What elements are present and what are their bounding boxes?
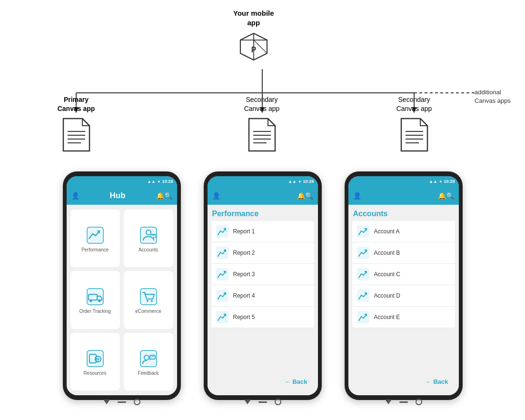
account-b-label: Account B bbox=[374, 250, 400, 256]
signal-icon-2: ▲▲ bbox=[288, 179, 297, 184]
hub-title: Hub bbox=[79, 191, 156, 200]
hub-tile-accounts[interactable]: Accounts bbox=[124, 210, 173, 267]
account-e-label: Account E bbox=[374, 314, 400, 320]
performance-label: Performance bbox=[81, 247, 109, 252]
hub-bell-icon: 🔔 bbox=[156, 192, 164, 200]
phones-row: ▲▲ ● 10:28 👤 Hub 🔔 🔍 bbox=[0, 171, 525, 400]
hub-grid: Performance Accounts bbox=[70, 210, 173, 390]
back-btn bbox=[103, 400, 110, 404]
mobile-app-node: Your mobileapp P bbox=[233, 9, 274, 63]
hub-search-icon: 🔍 bbox=[164, 192, 172, 200]
hub-tile-ecommerce[interactable]: eCommerce bbox=[124, 271, 173, 329]
acct-status-bar: ▲▲ ● 10:28 bbox=[348, 176, 459, 187]
account-a-label: Account A bbox=[374, 228, 400, 235]
list-item[interactable]: Account D bbox=[352, 285, 455, 307]
primary-doc-icon bbox=[61, 116, 92, 153]
hub-tile-performance[interactable]: Performance bbox=[70, 210, 120, 267]
hub-chin bbox=[67, 395, 177, 409]
report-4-icon bbox=[216, 290, 228, 302]
account-c-icon bbox=[357, 268, 369, 280]
list-item[interactable]: Report 1 bbox=[211, 221, 314, 242]
list-item[interactable]: Report 4 bbox=[211, 285, 314, 307]
wifi-icon: ● bbox=[158, 179, 160, 184]
svg-rect-48 bbox=[216, 268, 228, 280]
truck-icon bbox=[86, 288, 104, 306]
secondary-doc-icon-2 bbox=[399, 116, 430, 153]
svg-point-33 bbox=[98, 300, 100, 302]
list-item[interactable]: Report 5 bbox=[211, 307, 314, 328]
report-3-icon bbox=[216, 268, 228, 280]
hub-status-bar: ▲▲ ● 10:28 bbox=[67, 176, 177, 187]
recents-btn bbox=[134, 399, 140, 405]
signal-icon: ▲▲ bbox=[147, 179, 156, 184]
svg-point-32 bbox=[89, 300, 92, 302]
svg-rect-55 bbox=[357, 311, 369, 323]
svg-rect-52 bbox=[357, 247, 369, 259]
svg-rect-49 bbox=[216, 290, 228, 302]
svg-rect-50 bbox=[216, 311, 228, 323]
perf-time: 10:28 bbox=[303, 179, 314, 184]
report-2-icon bbox=[216, 247, 228, 259]
list-item[interactable]: Report 3 bbox=[211, 264, 314, 285]
acct-back-link[interactable]: ← Back bbox=[426, 378, 448, 385]
perf-search-icon: 🔍 bbox=[305, 192, 313, 200]
perf-list: Report 1 Report 2 Report 3 Report 4 bbox=[211, 221, 314, 372]
home-btn-3 bbox=[399, 401, 408, 403]
list-item[interactable]: Account E bbox=[352, 307, 455, 328]
recents-btn-2 bbox=[275, 399, 281, 405]
hub-time: 10:28 bbox=[162, 179, 173, 184]
acct-body: Accounts Account A Account B Account C bbox=[348, 205, 459, 395]
list-item[interactable]: Report 2 bbox=[211, 242, 314, 264]
perf-status-bar: ▲▲ ● 10:28 bbox=[208, 176, 318, 187]
account-b-icon bbox=[357, 247, 369, 259]
acct-user-icon: 👤 bbox=[353, 192, 361, 200]
report-2-label: Report 2 bbox=[233, 250, 255, 256]
box-icon: P bbox=[237, 30, 270, 63]
accounts-phone: ▲▲ ● 10:28 👤 🔔 🔍 Accounts Account A bbox=[345, 171, 463, 400]
hub-nav-bar: 👤 Hub 🔔 🔍 bbox=[67, 187, 177, 205]
architecture-diagram: Your mobileapp P PrimaryCanvas app Secon… bbox=[0, 0, 525, 169]
hub-phone: ▲▲ ● 10:28 👤 Hub 🔔 🔍 bbox=[63, 171, 181, 400]
resources-icon bbox=[86, 350, 104, 368]
performance-phone: ▲▲ ● 10:28 👤 🔔 🔍 Performance Report 1 bbox=[204, 171, 322, 400]
feedback-icon bbox=[139, 350, 158, 368]
accounts-label: Accounts bbox=[139, 247, 158, 252]
perf-list-title: Performance bbox=[211, 210, 314, 218]
back-btn-3 bbox=[385, 400, 392, 404]
svg-text:P: P bbox=[251, 46, 257, 54]
cart-icon bbox=[139, 288, 158, 306]
list-item[interactable]: Account A bbox=[352, 221, 455, 242]
perf-back-link[interactable]: ← Back bbox=[285, 378, 307, 385]
secondary-canvas-label-1: SecondaryCanvas app bbox=[244, 95, 280, 113]
perf-bell-icon: 🔔 bbox=[297, 192, 305, 200]
perf-nav-bar: 👤 🔔 🔍 bbox=[208, 187, 318, 205]
list-item[interactable]: Account C bbox=[352, 264, 455, 285]
report-1-label: Report 1 bbox=[233, 228, 255, 235]
svg-rect-47 bbox=[216, 247, 228, 259]
hub-tile-feedback[interactable]: Feedback bbox=[124, 333, 173, 390]
secondary-canvas-node-2: SecondaryCanvas app bbox=[376, 95, 452, 153]
list-item[interactable]: Account B bbox=[352, 242, 455, 264]
ecommerce-label: eCommerce bbox=[135, 309, 161, 314]
home-btn-2 bbox=[258, 401, 267, 403]
account-d-icon bbox=[357, 290, 369, 302]
wifi-icon-3: ● bbox=[439, 179, 442, 184]
hub-tile-resources[interactable]: Resources bbox=[70, 333, 120, 390]
acct-time: 10:28 bbox=[444, 179, 455, 184]
primary-canvas-label: PrimaryCanvas app bbox=[58, 95, 95, 113]
recents-btn-3 bbox=[416, 399, 422, 405]
wifi-icon-2: ● bbox=[298, 179, 301, 184]
account-c-label: Account C bbox=[374, 271, 400, 278]
report-5-label: Report 5 bbox=[233, 314, 255, 320]
svg-point-35 bbox=[147, 300, 149, 302]
perf-back-bar: ← Back bbox=[211, 372, 314, 390]
svg-point-36 bbox=[151, 300, 153, 302]
report-5-icon bbox=[216, 311, 228, 323]
secondary-canvas-node-1: SecondaryCanvas app bbox=[224, 95, 300, 153]
perf-user-icon: 👤 bbox=[212, 192, 220, 200]
home-btn bbox=[118, 401, 126, 403]
additional-label: additionalCanvas apps bbox=[475, 88, 511, 105]
hub-tile-order-tracking[interactable]: Order Tracking bbox=[70, 271, 120, 329]
secondary-doc-icon-1 bbox=[247, 116, 277, 153]
acct-nav-bar: 👤 🔔 🔍 bbox=[348, 187, 459, 205]
